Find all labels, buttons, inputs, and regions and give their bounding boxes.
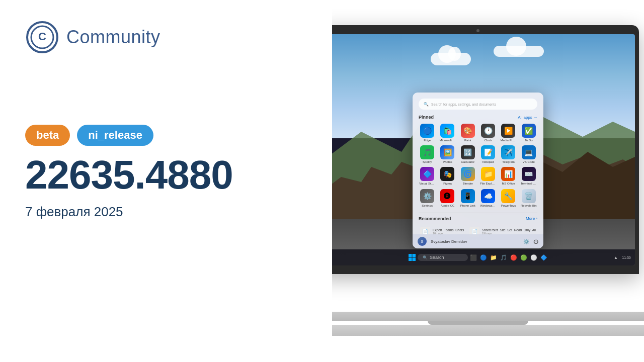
sm-app-spotify-label: Spotify (423, 160, 432, 164)
sm-app-powertoys[interactable]: 🔧 PowerToys (500, 189, 517, 208)
sm-pinned-header: Pinned All apps → (419, 115, 537, 120)
powertoys-icon: 🔧 (501, 189, 515, 203)
taskbar-extra-3[interactable]: ⚪ (529, 253, 538, 262)
terminal-icon: ⌨️ (522, 167, 536, 181)
vs-icon: 🔷 (420, 167, 434, 181)
sm-app-terminal[interactable]: ⌨️ Terminal Preview (520, 167, 537, 186)
sm-more-link[interactable]: More › (526, 216, 537, 221)
taskbar-extra-4[interactable]: 🔷 (539, 253, 548, 262)
taskbar-extra-1[interactable]: 🔴 (509, 253, 518, 262)
sm-app-phonelink-label: Phone Link (460, 204, 475, 208)
taskbar-system-icons[interactable]: ▲ (611, 253, 620, 262)
adobe-icon: 🅐 (440, 189, 454, 203)
edge-icon: 🔵 (420, 124, 434, 138)
search-icon: 🔍 (424, 102, 429, 107)
sm-user-icons: ⚙️ ⏻ (523, 239, 538, 244)
sm-app-edge[interactable]: 🔵 Edge (419, 124, 436, 142)
community-logo-icon: C (25, 20, 59, 54)
sm-app-store[interactable]: 🛍️ Microsoft Store (439, 124, 456, 142)
sm-app-mediaplayer-label: Media Player (500, 139, 516, 142)
release-date: 7 февраля 2025 (25, 204, 307, 220)
sm-app-todo[interactable]: ✅ To Do (520, 124, 537, 142)
version-number: 22635.4880 (25, 155, 307, 195)
sm-app-photos-label: Photos (443, 160, 452, 164)
start-menu: 🔍 Search for apps, settings, and documen… (413, 93, 543, 248)
sm-app-calc[interactable]: 🔢 Calculator (459, 145, 476, 164)
svg-rect-8 (409, 254, 412, 257)
cloud-1 (431, 53, 471, 65)
sm-app-blender-label: Blender (462, 182, 473, 186)
taskbar-extra-2[interactable]: 🟢 (519, 253, 528, 262)
sm-app-photos[interactable]: 🖼️ Photos (439, 145, 456, 164)
blender-icon: 🌀 (461, 167, 475, 181)
laptop-base (302, 312, 644, 337)
svg-rect-9 (413, 254, 416, 257)
svg-rect-11 (413, 258, 416, 261)
sm-app-vscode[interactable]: 💻 VS Code (520, 145, 537, 164)
sm-app-clock[interactable]: 🕐 Clock (479, 124, 497, 142)
wallpaper: 🔍 Search for apps, settings, and documen… (321, 34, 635, 265)
sm-app-recycle[interactable]: 🗑️ Recycle Bin (520, 189, 537, 208)
sm-app-mediaplayer[interactable]: ▶️ Media Player (500, 124, 517, 142)
sm-app-win365[interactable]: ☁️ Windows 365 (479, 189, 497, 208)
sm-user-name: Svyatoslav Demidov (431, 239, 519, 244)
win365-icon: ☁️ (481, 189, 495, 203)
windows-start-button[interactable] (408, 253, 417, 262)
sm-app-paint-label: Paint (464, 139, 471, 142)
svg-rect-10 (409, 258, 412, 261)
settings-icon: ⚙️ (420, 189, 434, 203)
laptop-screen-inner: 🔍 Search for apps, settings, and documen… (321, 34, 635, 265)
logo-text: Community (66, 27, 160, 48)
sm-search[interactable]: 🔍 Search for apps, settings, and documen… (419, 99, 537, 110)
sm-app-telegram-label: Telegram (502, 160, 515, 164)
settings-user-icon[interactable]: ⚙️ (523, 239, 529, 244)
sm-app-explorer-label: File Explorer (480, 182, 496, 186)
taskbar-right: ▲ 11:30 (611, 253, 631, 262)
sm-rec-header: Recommended More › (419, 216, 537, 221)
sm-app-blender[interactable]: 🌀 Blender (459, 167, 476, 186)
laptop-camera (476, 29, 479, 32)
figma-icon: 🎭 (440, 167, 454, 181)
sm-app-paint[interactable]: 🎨 Paint (459, 124, 476, 142)
badges-row: beta ni_release (25, 125, 307, 146)
paint-icon: 🎨 (461, 124, 475, 138)
sm-app-settings[interactable]: ⚙️ Settings (419, 189, 436, 208)
taskbar-search[interactable]: 🔍 Search (418, 254, 468, 261)
taskbar-edge-icon[interactable]: 🔵 (479, 253, 488, 262)
sm-app-calc-label: Calculator (461, 160, 474, 164)
clock-icon: 🕐 (481, 124, 495, 138)
power-icon[interactable]: ⏻ (533, 239, 538, 244)
taskbar-search-icon: 🔍 (423, 255, 428, 260)
sm-all-apps-link[interactable]: All apps → (518, 115, 537, 120)
sm-app-office[interactable]: 📊 MS Office (500, 167, 517, 186)
sm-search-placeholder: Search for apps, settings, and documents (431, 103, 496, 106)
laptop-screen-outer: 🔍 Search for apps, settings, and documen… (317, 25, 639, 274)
sm-app-vs-label: Visual Studio (419, 182, 435, 186)
sm-app-vscode-label: VS Code (523, 160, 535, 164)
photos-icon: 🖼️ (440, 145, 454, 159)
laptop-wrapper: 🔍 Search for apps, settings, and documen… (302, 25, 644, 337)
store-icon: 🛍️ (440, 124, 454, 138)
sm-app-adobe[interactable]: 🅐 Adobe CC (439, 189, 456, 208)
sm-app-store-label: Microsoft Store (439, 139, 455, 142)
beta-badge: beta (25, 125, 70, 146)
vscode-icon: 💻 (522, 145, 536, 159)
taskbar-file-icon[interactable]: 📁 (489, 253, 498, 262)
ni-release-badge: ni_release (77, 125, 153, 146)
calc-icon: 🔢 (461, 145, 475, 159)
sm-app-explorer[interactable]: 📁 File Explorer (479, 167, 497, 186)
page-container: C Community beta ni_release 22635.4880 7… (0, 0, 644, 362)
todo-icon: ✅ (522, 124, 536, 138)
sm-app-telegram[interactable]: ✈️ Telegram (500, 145, 517, 164)
sm-divider (419, 213, 537, 213)
recycle-icon: 🗑️ (522, 189, 536, 203)
sm-app-notepad[interactable]: 📝 Notepad (479, 145, 497, 164)
taskbar-search-label: Search (430, 255, 444, 260)
taskbar-spotify-tb[interactable]: 🎵 (499, 253, 508, 262)
sm-app-phonelink[interactable]: 📱 Phone Link (459, 189, 476, 208)
taskbar-widgets-icon[interactable]: ⬛ (469, 253, 478, 262)
sm-app-figma[interactable]: 🎭 Figma (439, 167, 456, 186)
logo-area: C Community (25, 20, 307, 54)
sm-app-spotify[interactable]: 🎵 Spotify (419, 145, 436, 164)
sm-app-vs[interactable]: 🔷 Visual Studio (419, 167, 436, 186)
